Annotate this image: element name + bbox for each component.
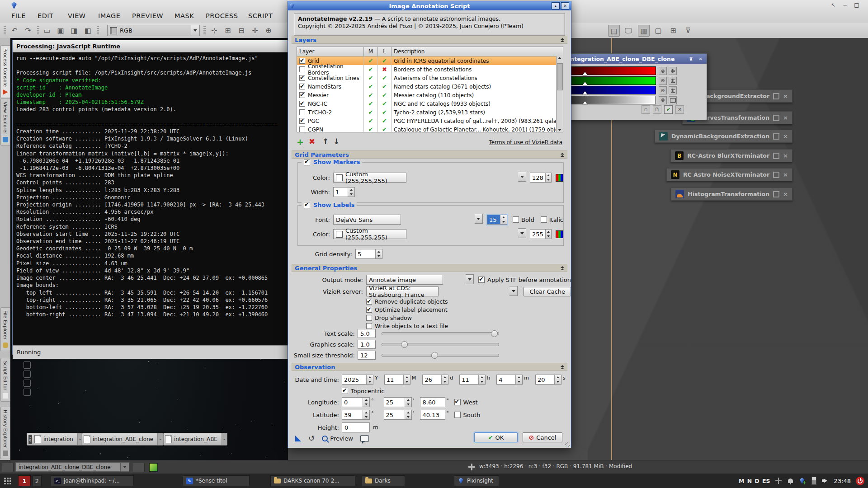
- color-picker-icon[interactable]: [556, 230, 563, 238]
- rename-view-icon[interactable]: ▭: [42, 25, 52, 36]
- marker-alpha-spinbox[interactable]: 128: [530, 173, 552, 183]
- channel-link-icon[interactable]: [669, 67, 677, 75]
- optimize-label-placement-checkbox[interactable]: [366, 307, 372, 313]
- shade-icon[interactable]: ⊼: [688, 56, 694, 62]
- marker-color-dropdown[interactable]: Custom (255,255,255): [333, 173, 406, 183]
- channel-reset-icon[interactable]: ⊗: [659, 77, 667, 85]
- workspace-icon[interactable]: ▦: [638, 25, 650, 37]
- close-icon[interactable]: ×: [783, 171, 788, 178]
- center-image-icon[interactable]: ⊕: [263, 25, 274, 36]
- task-button--sense-t-tol[interactable]: ✎*Sense títol: [183, 475, 250, 486]
- section-observation[interactable]: Observation: [292, 363, 567, 371]
- view-selector[interactable]: integration_ABE_clone_DBE_clone: [15, 462, 129, 472]
- sidebar-toggle-icon[interactable]: [2, 463, 14, 472]
- color-picker-icon[interactable]: [556, 174, 563, 182]
- close-icon[interactable]: ×: [783, 93, 788, 99]
- drop-shadow-checkbox[interactable]: [366, 315, 372, 321]
- close-icon[interactable]: ×: [783, 114, 788, 121]
- layer-row[interactable]: Constellation Lines✔✔Asterisms of the co…: [297, 74, 563, 82]
- table-scrollbar[interactable]: [556, 56, 563, 132]
- channel-selector[interactable]: RGB: [107, 25, 200, 36]
- sidebar-tab-history-explorer[interactable]: History Explorer: [0, 407, 10, 459]
- expand-icon[interactable]: ▸: [222, 433, 227, 445]
- section-layers[interactable]: Layers: [292, 36, 567, 44]
- stf-green-bar[interactable]: [569, 76, 656, 85]
- dialog-title-bar[interactable]: Image Annotation Script ▴ ✕: [288, 1, 571, 10]
- chevron-down-icon[interactable]: [518, 228, 526, 238]
- channel-link-icon[interactable]: [669, 86, 677, 94]
- scrollbar-thumb[interactable]: [557, 63, 563, 90]
- workspace-button-1[interactable]: 1: [18, 475, 31, 486]
- spin-buttons[interactable]: [515, 375, 522, 384]
- restore-icon[interactable]: [773, 93, 779, 99]
- show-markers-checkbox[interactable]: [304, 159, 310, 165]
- power-button[interactable]: [856, 477, 864, 485]
- expand-icon[interactable]: ▸: [157, 433, 163, 445]
- process-icon-rc-astro-blurxterminator[interactable]: BRC-Astro BlurXTerminator×: [670, 149, 793, 162]
- clear-cache-button[interactable]: Clear Cache: [524, 287, 571, 296]
- date-s-spinbox[interactable]: 20: [535, 375, 561, 385]
- menu-item-process[interactable]: PROCESS: [206, 12, 238, 19]
- layer-row[interactable]: CGPN✔✔Catalogue of Galactic Planetar... …: [297, 125, 563, 132]
- latitude-min-spinbox[interactable]: 25: [384, 410, 412, 420]
- volume-meter-icon[interactable]: [811, 478, 817, 484]
- close-icon[interactable]: ×: [783, 152, 788, 159]
- stf-green-handle[interactable]: [583, 82, 587, 85]
- spin-buttons[interactable]: [554, 375, 561, 384]
- layer-checkbox[interactable]: [299, 109, 305, 115]
- clock[interactable]: 23:48: [834, 478, 851, 484]
- explorer-toggle-icon[interactable]: ▤: [608, 25, 620, 37]
- stf-track-view-icon[interactable]: ▫: [642, 105, 650, 114]
- rollup-icon[interactable]: ▴: [552, 2, 560, 9]
- slider-thumb[interactable]: [491, 330, 498, 337]
- channel-reset-icon[interactable]: ⊗: [659, 67, 667, 75]
- marker-width-spinbox[interactable]: 1: [333, 187, 355, 197]
- notifications-icon[interactable]: [787, 478, 794, 484]
- spin-buttons[interactable]: [545, 230, 551, 239]
- channel-reset-icon[interactable]: ⊗: [659, 96, 667, 104]
- spin-buttons[interactable]: [500, 215, 507, 224]
- window-restore-icon[interactable]: ↖: [829, 1, 838, 9]
- west-checkbox[interactable]: [454, 399, 461, 405]
- menu-item-image[interactable]: IMAGE: [98, 12, 120, 19]
- layer-checkbox[interactable]: [299, 118, 305, 124]
- preview-button[interactable]: Preview: [322, 435, 353, 442]
- font-size-spinbox[interactable]: 15: [487, 215, 507, 225]
- iconized-window-integration_ABE_clone[interactable]: integration_ABE_clone▸: [82, 433, 163, 446]
- stf-red-handle[interactable]: [583, 72, 587, 75]
- date-h-spinbox[interactable]: 11: [459, 375, 486, 385]
- slider-track[interactable]: [382, 343, 499, 346]
- spin-buttons[interactable]: [366, 375, 373, 384]
- process-icon-rc-astro-noisexterminator[interactable]: NRC Astro NoiseXTerminator×: [666, 168, 793, 181]
- layer-row[interactable]: PGC✔✔PGC HYPERLEDA I catalog of gal...re…: [297, 117, 563, 125]
- pan-icon[interactable]: ✛: [250, 25, 260, 36]
- monitor-icon[interactable]: ▢: [653, 25, 664, 36]
- longitude-deg-spinbox[interactable]: 0: [342, 397, 370, 407]
- label-alpha-spinbox[interactable]: 255: [530, 229, 552, 239]
- process-icon-dynamicbackgroundextraction[interactable]: DynamicBackgroundExtraction×: [655, 130, 793, 143]
- menu-item-edit[interactable]: EDIT: [38, 12, 53, 19]
- section-grid-parameters[interactable]: Grid Parameters: [292, 150, 567, 159]
- task-button-darks-canon-70-2-[interactable]: DARKS canon 70-2...: [270, 475, 355, 486]
- apply-stf-checkbox[interactable]: [478, 277, 485, 283]
- layer-row[interactable]: TYCHO-2✔✔Tycho-2 catalog (2,539,913 star…: [297, 108, 563, 117]
- workspace-button-2[interactable]: 2: [33, 475, 42, 486]
- input-device-icon[interactable]: [775, 478, 782, 484]
- collapse-icon[interactable]: [561, 266, 564, 270]
- task-button-darks[interactable]: Darks: [362, 475, 405, 486]
- cancel-button[interactable]: ⊘Cancel: [523, 432, 562, 442]
- applications-menu-icon[interactable]: [4, 477, 11, 484]
- undo-icon[interactable]: ↶: [9, 25, 20, 36]
- label-color-dropdown[interactable]: Custom (255,255,255): [333, 229, 406, 239]
- date-Y-spinbox[interactable]: 2025: [342, 375, 373, 385]
- process-icon-histogramtransformation[interactable]: HistogramTransformation×: [671, 188, 793, 201]
- stf-new-instance-icon[interactable]: 🗋: [653, 105, 661, 114]
- stf-apply-icon[interactable]: ✔: [664, 105, 673, 114]
- section-general-properties[interactable]: General Properties: [292, 264, 567, 272]
- sidebar-tab-process-console[interactable]: Process Console: [0, 45, 10, 98]
- zoom-fit-icon[interactable]: ⊹: [209, 25, 220, 36]
- window-minimize-icon[interactable]: −: [840, 1, 849, 9]
- close-icon[interactable]: ×: [783, 133, 788, 140]
- channel-reset-icon[interactable]: ⊗: [659, 86, 667, 94]
- sidebar-tab-file-explorer[interactable]: File Explorer: [0, 307, 10, 351]
